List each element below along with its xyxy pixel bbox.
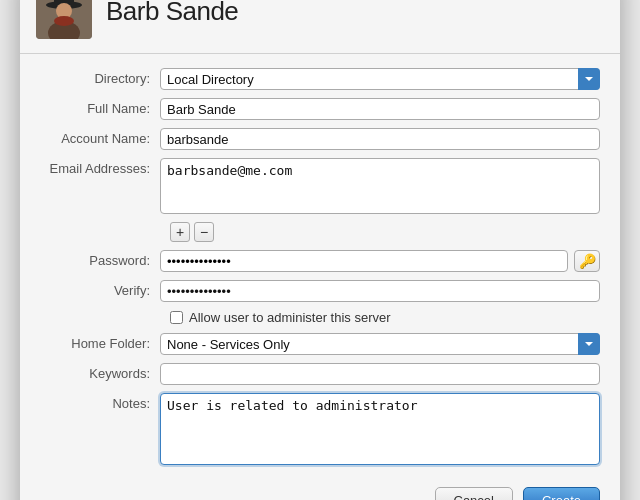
user-dialog: Barb Sande Directory: Local Directory Op…	[20, 0, 620, 500]
create-button[interactable]: Create	[523, 487, 600, 500]
account-input[interactable]	[160, 128, 600, 150]
email-label: Email Addresses:	[40, 158, 160, 180]
notes-label: Notes:	[40, 393, 160, 415]
key-button[interactable]: 🔑	[574, 250, 600, 272]
account-label: Account Name:	[40, 128, 160, 150]
remove-email-button[interactable]: −	[194, 222, 214, 242]
verify-row: Verify:	[40, 280, 600, 302]
svg-point-5	[54, 16, 74, 26]
homefolder-label: Home Folder:	[40, 333, 160, 355]
add-email-button[interactable]: +	[170, 222, 190, 242]
password-input[interactable]	[160, 250, 568, 272]
fullname-label: Full Name:	[40, 98, 160, 120]
homefolder-select-wrap: None - Services Only Home Directory	[160, 333, 600, 355]
dialog-header: Barb Sande	[20, 0, 620, 54]
account-row: Account Name:	[40, 128, 600, 150]
admin-checkbox[interactable]	[170, 311, 183, 324]
verify-label: Verify:	[40, 280, 160, 302]
notes-input[interactable]: User is related to administrator	[160, 393, 600, 465]
dialog-title: Barb Sande	[106, 0, 238, 27]
cancel-button[interactable]: Cancel	[435, 487, 513, 500]
directory-select[interactable]: Local Directory Open Directory LDAP	[160, 68, 600, 90]
password-row: Password: 🔑	[40, 250, 600, 272]
password-wrap: 🔑	[160, 250, 600, 272]
dialog-footer: Cancel Create	[20, 473, 620, 500]
keywords-label: Keywords:	[40, 363, 160, 385]
fullname-input[interactable]	[160, 98, 600, 120]
directory-select-wrap: Local Directory Open Directory LDAP	[160, 68, 600, 90]
password-label: Password:	[40, 250, 160, 272]
add-remove-row: + −	[40, 222, 600, 242]
admin-checkbox-label: Allow user to administer this server	[189, 310, 391, 325]
keywords-row: Keywords:	[40, 363, 600, 385]
notes-row: Notes: User is related to administrator	[40, 393, 600, 465]
homefolder-row: Home Folder: None - Services Only Home D…	[40, 333, 600, 355]
homefolder-select[interactable]: None - Services Only Home Directory	[160, 333, 600, 355]
admin-checkbox-row: Allow user to administer this server	[40, 310, 600, 325]
email-input[interactable]: barbsande@me.com	[160, 158, 600, 214]
keywords-input[interactable]	[160, 363, 600, 385]
fullname-row: Full Name:	[40, 98, 600, 120]
verify-input[interactable]	[160, 280, 600, 302]
email-row: Email Addresses: barbsande@me.com	[40, 158, 600, 214]
directory-label: Directory:	[40, 68, 160, 90]
form-body: Directory: Local Directory Open Director…	[20, 54, 620, 465]
avatar	[36, 0, 92, 39]
directory-row: Directory: Local Directory Open Director…	[40, 68, 600, 90]
